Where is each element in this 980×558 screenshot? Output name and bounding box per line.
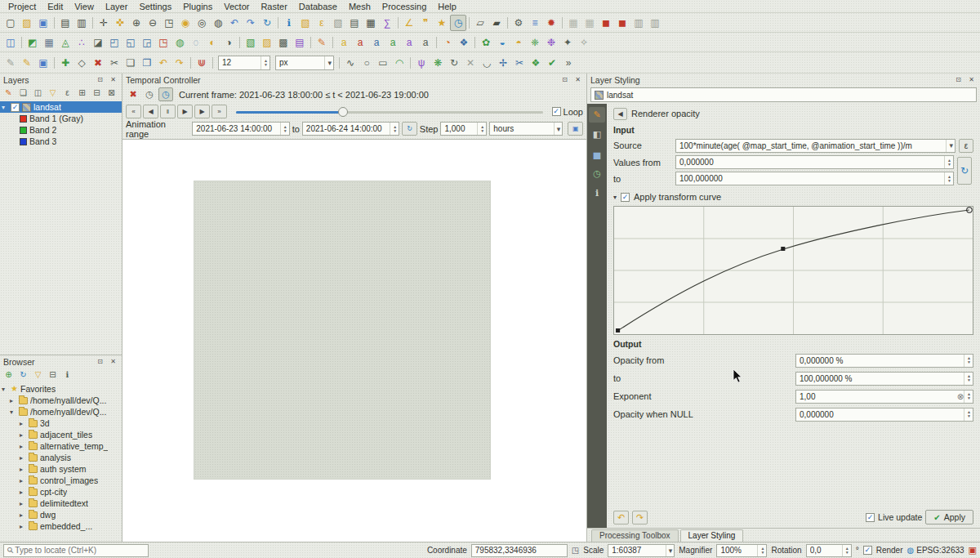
histogram-tab-icon[interactable]: ▅ (589, 146, 605, 162)
new-map-view-button[interactable]: ▱ (472, 15, 488, 31)
select-features-button[interactable]: ▧ (297, 15, 314, 31)
zoom-in-button[interactable]: ⊕ (128, 15, 145, 31)
map-canvas[interactable] (122, 140, 586, 542)
loop-checkbox[interactable] (552, 107, 561, 116)
measure-button[interactable]: ∠ (401, 15, 417, 31)
expression-builder-button[interactable]: ε (959, 139, 973, 153)
new-3d-view-button[interactable]: ▰ (488, 15, 505, 31)
browser-item[interactable]: ▸ alternative_temp_ (0, 440, 122, 452)
caret-icon[interactable]: ▸ (10, 397, 16, 404)
layout-manager-button[interactable]: ▥ (74, 15, 90, 31)
label-toggle-button[interactable]: a (417, 34, 434, 51)
value-field[interactable]: 100,000000 % ⊗ (795, 372, 973, 386)
grayed-tool-button-1[interactable]: ▦ (565, 15, 581, 31)
locate-input[interactable] (15, 546, 146, 555)
symbology-tab-icon[interactable]: ✎ (589, 107, 605, 123)
add-mssql-button[interactable]: ◲ (139, 34, 155, 51)
deselect-button[interactable]: ▧ (330, 15, 346, 31)
caret-icon[interactable]: ▸ (20, 443, 26, 450)
zoom-full-button[interactable]: ◳ (161, 15, 177, 31)
browser-item[interactable]: ▸ adjacent_tiles (0, 429, 122, 440)
layer-item-landsat[interactable]: ▾ landsat (0, 101, 122, 113)
new-bookmark-button[interactable]: ★ (434, 15, 450, 31)
delete-selected-button[interactable]: ✖ (90, 55, 106, 71)
label-move-button[interactable]: a (368, 34, 385, 51)
redo-button[interactable]: ↷ (172, 55, 188, 71)
messages-icon[interactable]: ▣ (969, 545, 977, 556)
spin-buttons[interactable] (757, 545, 764, 556)
add-spatialite-button[interactable]: ◱ (122, 34, 139, 51)
curve-control-point[interactable] (781, 247, 785, 251)
caret-icon[interactable]: ▸ (20, 477, 26, 484)
range-end-field[interactable] (302, 122, 399, 136)
time-slider[interactable] (236, 106, 543, 118)
value-field[interactable]: 0,000000 ⊗ (795, 408, 973, 422)
vector-split-button[interactable]: ψ (413, 55, 430, 71)
band-item[interactable]: Band 1 (Gray) (0, 113, 122, 124)
record-tool-button-2[interactable]: ◼ (614, 15, 630, 31)
rotation-field[interactable]: 0,0 (806, 544, 852, 557)
crs-status-button[interactable]: ◍ EPSG:32633 (906, 546, 964, 555)
band-item[interactable]: Band 3 (0, 136, 122, 147)
extra-tool-button-1[interactable]: ▥ (630, 15, 647, 31)
copy-features-button[interactable]: ❏ (122, 55, 139, 71)
shape-circle-button[interactable]: ○ (359, 55, 375, 71)
remove-layer-button[interactable]: ⊠ (105, 87, 118, 100)
step-input[interactable] (444, 124, 477, 133)
layer-labeling-button[interactable]: a (336, 34, 352, 51)
transparency-tab-icon[interactable]: ◧ (589, 127, 605, 142)
browser-item[interactable]: ▸ /home/nyall/dev/Q... (0, 395, 122, 406)
style-manager-button[interactable]: ✎ (314, 34, 330, 51)
zoom-native-button[interactable]: ◍ (210, 15, 226, 31)
close-icon[interactable]: ✕ (966, 75, 977, 84)
undo-style-button[interactable]: ↶ (613, 511, 629, 525)
new-print-layout-button[interactable]: ▤ (57, 15, 74, 31)
temporal-controller-button[interactable]: ◷ (450, 15, 466, 31)
browser-item[interactable]: ▸ control_images (0, 475, 122, 486)
add-mesh-layer-button[interactable]: ◬ (57, 34, 74, 51)
coordinate-input[interactable] (475, 546, 565, 555)
save-edits-button[interactable]: ▣ (35, 55, 51, 71)
unit-combo[interactable]: px (275, 56, 334, 70)
shape-rectangle-button[interactable]: ▭ (375, 55, 391, 71)
browser-properties-button[interactable]: ℹ (60, 368, 74, 382)
browser-item[interactable]: ▸ analysis (0, 452, 122, 463)
spin-buttons[interactable] (842, 545, 849, 556)
decoration-button[interactable]: ❖ (456, 34, 472, 51)
browser-filter-button[interactable]: ▽ (31, 368, 45, 382)
refresh-map-button[interactable]: ↻ (259, 15, 275, 31)
tab-processing-toolbox[interactable]: Processing Toolbox (591, 529, 679, 542)
plugin-tool-button-4[interactable]: ✧ (576, 34, 592, 51)
browser-refresh-button[interactable]: ↻ (16, 368, 30, 382)
metasearch-button[interactable]: ◒ (494, 34, 510, 51)
menu-item[interactable]: Database (293, 1, 343, 12)
caret-icon[interactable]: ▸ (20, 420, 26, 427)
transform-curve-editor[interactable] (613, 206, 973, 335)
menu-item[interactable]: Raster (255, 1, 292, 12)
magnifier-field[interactable]: 100% (716, 544, 767, 557)
caret-icon[interactable]: ▾ (2, 386, 8, 393)
spin-buttons[interactable] (280, 123, 287, 135)
save-project-button[interactable]: ▣ (35, 15, 51, 31)
add-raster-layer-button[interactable]: ▦ (41, 34, 57, 51)
spin-buttons[interactable] (390, 123, 397, 135)
slider-handle[interactable] (338, 107, 348, 117)
menu-item[interactable]: Edit (42, 1, 69, 12)
reshape-button[interactable]: ✢ (495, 55, 511, 71)
attribute-table-button[interactable]: ▤ (346, 15, 363, 31)
filter-expression-button[interactable]: ε (60, 87, 74, 100)
collapse-caret-icon[interactable]: ▾ (613, 194, 617, 201)
open-project-button[interactable]: ▨ (19, 15, 35, 31)
caret-icon[interactable]: ▸ (20, 431, 26, 439)
cut-features-button[interactable]: ✂ (106, 55, 122, 71)
spin-buttons[interactable] (964, 408, 971, 421)
metadata-tab-icon[interactable]: ℹ (589, 185, 605, 201)
spin-buttons[interactable] (944, 172, 951, 185)
python-console-button[interactable]: ≡ (527, 15, 543, 31)
curve-start-point[interactable] (616, 328, 620, 333)
menu-item[interactable]: Settings (133, 1, 177, 12)
value-field[interactable]: 0,000000 % ⊗ (795, 354, 973, 368)
chevron-down-icon[interactable] (554, 123, 561, 135)
statistics-button[interactable]: ∑ (379, 15, 395, 31)
values-from-field[interactable] (675, 155, 954, 169)
